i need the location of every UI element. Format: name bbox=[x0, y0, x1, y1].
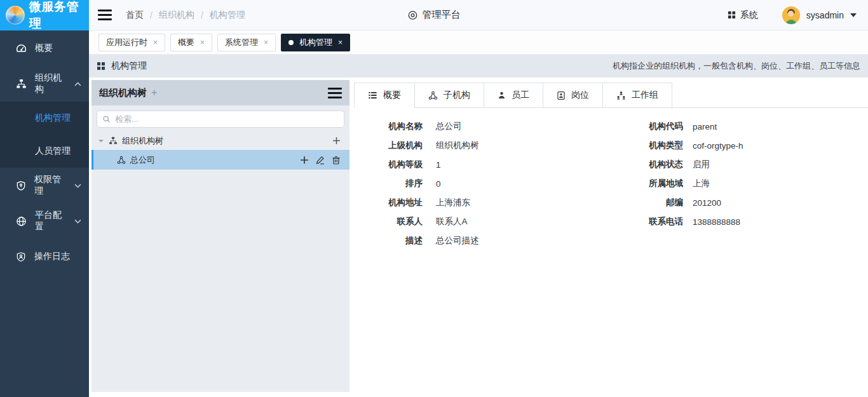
tab-employees[interactable]: 员工 bbox=[484, 83, 543, 108]
sidebar-item-personnel-management[interactable]: 人员管理 bbox=[0, 135, 89, 168]
badge-icon bbox=[557, 91, 566, 100]
tab-label: 岗位 bbox=[571, 90, 589, 101]
open-tab-app-runtime[interactable]: 应用运行时 × bbox=[98, 34, 165, 51]
breadcrumb: 首页 / 组织机构 / 机构管理 bbox=[126, 10, 245, 21]
field-label: 联系电话 bbox=[629, 216, 683, 227]
globe-icon bbox=[16, 216, 27, 227]
field-value: parent bbox=[693, 122, 717, 131]
open-tabs-bar: 应用运行时 × 概要 × 系统管理 × 机构管理 × bbox=[89, 30, 868, 55]
add-node-icon[interactable] bbox=[300, 156, 309, 165]
sidebar-item-label: 概要 bbox=[35, 43, 53, 54]
tab-label: 员工 bbox=[512, 90, 529, 101]
open-tab-org-management[interactable]: 机构管理 × bbox=[281, 34, 350, 51]
list-icon bbox=[368, 91, 377, 100]
detail-tabs: 概要 子机构 员工 岗位 工作组 bbox=[354, 83, 868, 108]
breadcrumb-home[interactable]: 首页 bbox=[126, 10, 144, 21]
page-header: 机构管理 机构指企业的组织机构，一般包含机构、岗位、工作组、员工等信息 bbox=[89, 55, 868, 77]
field-value: 上海浦东 bbox=[436, 197, 470, 208]
field-row: 邮编201200 bbox=[629, 193, 868, 212]
edit-icon[interactable] bbox=[316, 156, 325, 165]
sidebar-item-label: 组织机构 bbox=[35, 72, 66, 95]
field-value: 上海 bbox=[693, 178, 710, 189]
close-icon[interactable]: × bbox=[153, 38, 158, 47]
close-icon[interactable]: × bbox=[200, 38, 205, 47]
field-value: 1388888888 bbox=[693, 217, 740, 227]
sidebar-toggle-icon[interactable] bbox=[98, 10, 112, 20]
breadcrumb-org[interactable]: 组织机构 bbox=[159, 10, 194, 21]
field-value: 1 bbox=[436, 160, 441, 170]
tree-node-actions bbox=[300, 156, 341, 165]
field-label: 机构类型 bbox=[629, 140, 683, 151]
open-tab-system-management[interactable]: 系统管理 × bbox=[217, 34, 276, 51]
breadcrumb-current: 机构管理 bbox=[210, 10, 245, 21]
field-row: 描述总公司描述 bbox=[354, 231, 629, 250]
field-value: 总公司描述 bbox=[436, 235, 479, 246]
breadcrumb-separator: / bbox=[150, 10, 153, 20]
breadcrumb-separator: / bbox=[201, 10, 203, 20]
field-row: 联系电话1388888888 bbox=[629, 212, 868, 231]
add-icon[interactable]: + bbox=[151, 87, 157, 98]
field-label: 联系人 bbox=[354, 216, 423, 227]
field-value: 组织机构树 bbox=[436, 140, 479, 151]
org-tree-panel: 组织机构树 + 组织机构树 总公司 bbox=[92, 80, 349, 392]
system-menu[interactable]: 系统 bbox=[728, 10, 758, 21]
sidebar-item-org-management[interactable]: 机构管理 bbox=[0, 102, 89, 135]
fields-left-column: 机构名称总公司 上级机构组织机构树 机构等级1 排序0 机构地址上海浦东 联系人… bbox=[354, 117, 629, 250]
sidebar-item-permissions[interactable]: 权限管理 bbox=[0, 168, 89, 203]
user-avatar[interactable] bbox=[782, 6, 800, 24]
tree-root-node[interactable]: 组织机构树 bbox=[92, 131, 349, 150]
panel-menu-icon[interactable] bbox=[328, 88, 342, 98]
tab-label: 工作组 bbox=[632, 90, 658, 101]
sidebar-item-overview[interactable]: 概要 bbox=[0, 30, 89, 66]
app-logo[interactable]: 微服务管理 bbox=[0, 0, 89, 30]
sitemap-icon bbox=[109, 137, 118, 145]
tree-panel-header: 组织机构树 + bbox=[92, 80, 349, 105]
delete-icon[interactable] bbox=[332, 156, 341, 165]
field-value: 启用 bbox=[693, 159, 710, 170]
page-title: 机构管理 bbox=[111, 60, 147, 72]
field-label: 机构代码 bbox=[629, 121, 683, 132]
field-value: 201200 bbox=[693, 198, 721, 208]
page-hint: 机构指企业的组织机构，一般包含机构、岗位、工作组、员工等信息 bbox=[613, 60, 860, 72]
close-icon[interactable]: × bbox=[338, 38, 342, 47]
person-icon bbox=[498, 91, 506, 100]
caret-down-icon[interactable] bbox=[850, 13, 857, 17]
tab-overview[interactable]: 概要 bbox=[354, 83, 415, 108]
fields-right-column: 机构代码parent 机构类型cof-orgtype-h 机构状态启用 所属地域… bbox=[629, 117, 868, 250]
tab-workgroups[interactable]: 工作组 bbox=[602, 83, 672, 108]
tree-node-label: 总公司 bbox=[130, 154, 155, 166]
field-row: 机构名称总公司 bbox=[354, 117, 629, 136]
platform-title: 管理平台 bbox=[408, 9, 461, 21]
field-label: 机构名称 bbox=[354, 121, 423, 132]
field-row: 联系人联系人A bbox=[354, 212, 629, 231]
tab-positions[interactable]: 岗位 bbox=[543, 83, 603, 108]
top-header: 微服务管理 首页 / 组织机构 / 机构管理 管理平台 系统 sysadmin bbox=[0, 0, 868, 30]
sidebar-item-platform-config[interactable]: 平台配置 bbox=[0, 203, 89, 239]
sidebar-item-organization[interactable]: 组织机构 bbox=[0, 66, 89, 102]
sidebar-item-operation-log[interactable]: 操作日志 bbox=[0, 239, 89, 274]
username[interactable]: sysadmin bbox=[806, 10, 844, 20]
field-row: 机构地址上海浦东 bbox=[354, 193, 629, 212]
tab-sub-organizations[interactable]: 子机构 bbox=[414, 83, 484, 108]
sidebar-submenu-organization: 机构管理 人员管理 bbox=[0, 102, 89, 168]
open-tab-label: 应用运行时 bbox=[106, 37, 147, 48]
chevron-down-icon bbox=[74, 184, 81, 188]
active-dot-icon bbox=[288, 40, 294, 45]
open-tab-overview[interactable]: 概要 × bbox=[170, 34, 212, 51]
field-row: 机构代码parent bbox=[629, 117, 868, 136]
field-value: 总公司 bbox=[436, 121, 462, 132]
field-label: 机构等级 bbox=[354, 159, 423, 170]
tree-node-label: 组织机构树 bbox=[122, 135, 163, 147]
field-label: 机构地址 bbox=[354, 197, 423, 208]
shield-user-icon bbox=[16, 252, 26, 262]
tree-search-input[interactable] bbox=[97, 111, 344, 128]
add-node-icon[interactable] bbox=[332, 137, 341, 145]
open-tab-label: 概要 bbox=[178, 37, 194, 48]
field-row: 机构状态启用 bbox=[629, 155, 868, 174]
eye-icon bbox=[408, 10, 418, 20]
tree-node-head-office[interactable]: 总公司 bbox=[92, 150, 349, 170]
close-icon[interactable]: × bbox=[264, 38, 268, 47]
open-tab-label: 机构管理 bbox=[299, 37, 332, 48]
system-label: 系统 bbox=[740, 10, 758, 21]
caret-down-icon[interactable] bbox=[98, 138, 104, 144]
